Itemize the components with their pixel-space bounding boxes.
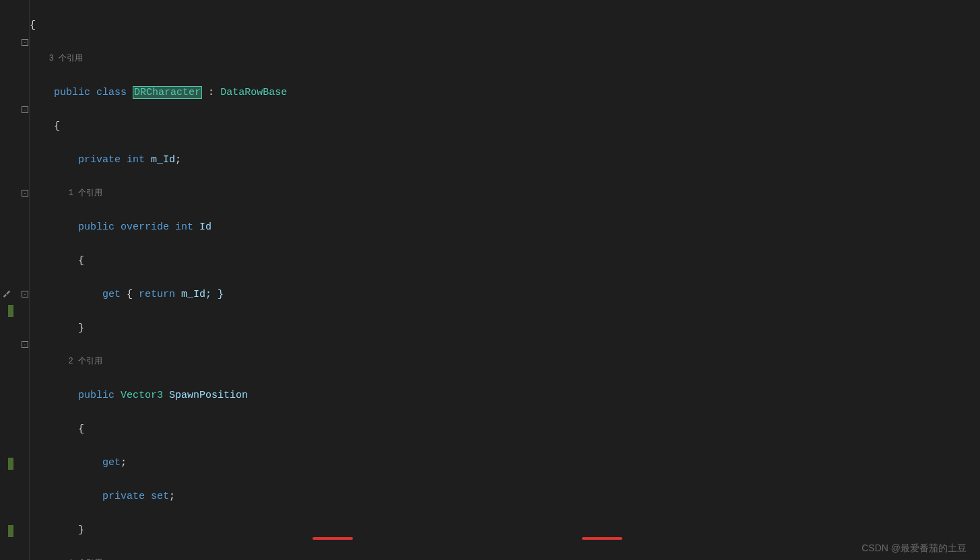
change-marker: [8, 525, 13, 537]
fold-marker-icon[interactable]: -: [22, 106, 28, 113]
code-editor[interactable]: - - - - - { 3 个引用 public class DRCharact…: [0, 0, 980, 560]
codelens[interactable]: 1 个引用: [30, 555, 980, 560]
highlighted-symbol: DRCharacter: [133, 86, 202, 99]
fold-marker-icon[interactable]: -: [22, 39, 28, 46]
code-line[interactable]: }: [30, 522, 980, 538]
annotation-underline: [582, 537, 622, 540]
code-line[interactable]: public override int Id: [30, 219, 980, 236]
code-line[interactable]: public class DRCharacter : DataRowBase: [30, 84, 980, 101]
code-line[interactable]: private int m_Id;: [30, 151, 980, 168]
annotation-underline: [313, 537, 353, 540]
code-content[interactable]: { 3 个引用 public class DRCharacter : DataR…: [30, 0, 980, 560]
fold-marker-icon[interactable]: -: [22, 190, 28, 197]
code-line[interactable]: {: [30, 118, 980, 135]
code-line[interactable]: get;: [30, 454, 980, 471]
watermark: CSDN @最爱番茄的土豆: [861, 540, 967, 557]
codelens[interactable]: 3 个引用: [30, 50, 980, 67]
code-line[interactable]: {: [30, 252, 980, 269]
codelens[interactable]: 1 个引用: [30, 185, 980, 202]
code-line[interactable]: private set;: [30, 488, 980, 505]
code-line[interactable]: }: [30, 320, 980, 337]
fold-marker-icon[interactable]: -: [22, 291, 28, 298]
codelens[interactable]: 2 个引用: [30, 353, 980, 370]
code-line[interactable]: get { return m_Id; }: [30, 286, 980, 303]
code-line[interactable]: {: [30, 421, 980, 438]
gutter: - - - - -: [0, 0, 30, 560]
fold-marker-icon[interactable]: -: [22, 341, 28, 348]
code-line[interactable]: public Vector3 SpawnPosition: [30, 387, 980, 404]
change-marker: [8, 305, 13, 317]
change-marker: [8, 458, 13, 470]
code-line[interactable]: {: [30, 17, 980, 34]
screwdriver-icon[interactable]: [2, 288, 11, 298]
